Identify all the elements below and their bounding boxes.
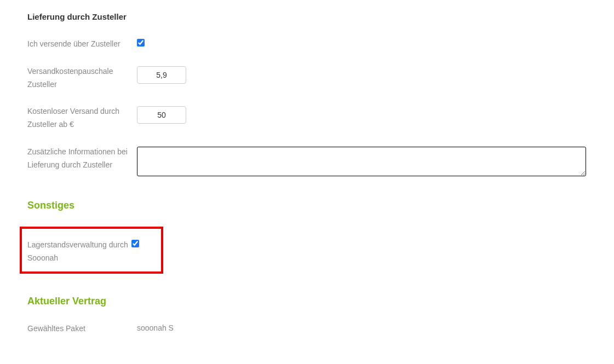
label-free-shipping: Kostenloser Versand durch Zusteller ab € bbox=[27, 105, 137, 131]
row-flat-rate: Versandkostenpauschale Zusteller bbox=[27, 65, 614, 91]
label-stock-mgmt: Lagerstandsverwaltung durch Sooonah bbox=[27, 239, 131, 265]
row-additional-info: Zusätzliche Informationen bei Lieferung … bbox=[27, 146, 614, 178]
checkbox-ship-via-courier[interactable] bbox=[137, 39, 145, 47]
textarea-additional-info[interactable] bbox=[137, 147, 586, 176]
row-stock-mgmt: Lagerstandsverwaltung durch Sooonah bbox=[27, 239, 156, 265]
section-title-misc: Sonstiges bbox=[27, 200, 614, 211]
value-package: sooonah S bbox=[137, 322, 174, 332]
section-title-delivery: Lieferung durch Zusteller bbox=[27, 11, 614, 22]
input-flat-rate[interactable] bbox=[137, 66, 186, 84]
section-title-contract: Aktueller Vertrag bbox=[27, 296, 614, 307]
row-ship-via-courier: Ich versende über Zusteller bbox=[27, 38, 614, 51]
checkbox-stock-mgmt[interactable] bbox=[131, 240, 139, 247]
row-free-shipping: Kostenloser Versand durch Zusteller ab € bbox=[27, 105, 614, 131]
row-package: Gewähltes Paket sooonah S bbox=[27, 322, 614, 336]
label-flat-rate: Versandkostenpauschale Zusteller bbox=[27, 65, 137, 91]
label-package: Gewähltes Paket bbox=[27, 322, 137, 336]
highlight-stock-mgmt: Lagerstandsverwaltung durch Sooonah bbox=[20, 227, 163, 274]
label-ship-via-courier: Ich versende über Zusteller bbox=[27, 38, 137, 51]
input-free-shipping[interactable] bbox=[137, 106, 186, 124]
label-additional-info: Zusätzliche Informationen bei Lieferung … bbox=[27, 146, 137, 172]
